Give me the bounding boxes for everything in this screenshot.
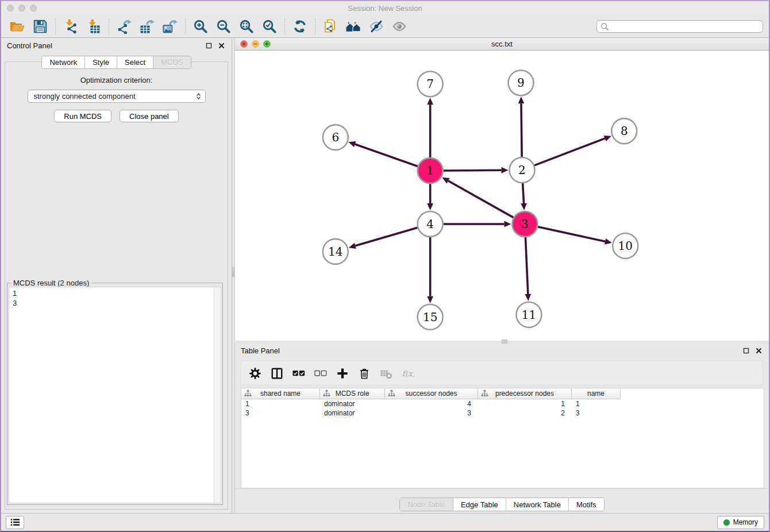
duplicate-network-button[interactable] [319, 17, 342, 36]
show-all-button[interactable] [388, 17, 411, 36]
table-mode-button[interactable] [246, 364, 264, 383]
node-label-3: 3 [521, 217, 529, 231]
table-row[interactable]: 3dominator323 [241, 408, 764, 418]
control-panel-header: Control Panel [1, 38, 232, 53]
edge-4-14[interactable] [355, 228, 417, 245]
export-table-button[interactable] [136, 17, 159, 36]
tab-node-table[interactable]: Node Table [400, 498, 453, 511]
memory-button[interactable]: Memory [717, 516, 764, 529]
hide-selected-button[interactable] [365, 17, 388, 36]
mcds-result-list[interactable]: 13 [9, 287, 221, 503]
float-table-panel-button[interactable] [743, 347, 750, 354]
table-panel: Table Panel f(x) shared nameMCDS rolesuc… [234, 343, 769, 513]
table-panel-title: Table Panel [241, 346, 280, 355]
tree-icon [323, 390, 330, 397]
export-table-icon [140, 19, 155, 34]
edge-2-3[interactable] [523, 183, 524, 203]
open-session-button[interactable] [6, 17, 29, 36]
network-maximize-button[interactable] [263, 40, 271, 48]
edge-3-1[interactable] [448, 181, 513, 218]
cell-name: 1 [572, 399, 621, 408]
import-network-button[interactable] [59, 17, 82, 36]
column-header-MCDS-role[interactable]: MCDS role [320, 388, 385, 399]
first-neighbors-button[interactable] [342, 17, 365, 36]
svg-text:f(x): f(x) [402, 368, 414, 377]
node-label-7: 7 [426, 77, 434, 91]
panel-splitter-horizontal[interactable] [234, 341, 769, 343]
network-minimize-button[interactable] [252, 40, 259, 48]
run-mcds-button[interactable]: Run MCDS [54, 110, 111, 122]
edge-1-2[interactable] [444, 170, 502, 171]
close-mcds-panel-button[interactable]: Close panel [120, 110, 179, 122]
right-area: scc.txt 1234678910111415 Table Panel f(x… [234, 38, 769, 513]
main-toolbar [1, 15, 769, 38]
unselect-all-columns-button[interactable] [311, 364, 330, 383]
tab-motifs[interactable]: Motifs [569, 498, 604, 511]
edge-1-6[interactable] [355, 144, 418, 166]
node-label-1: 1 [426, 164, 434, 178]
column-header-successor-nodes[interactable]: successor nodes [385, 388, 478, 399]
network-close-button[interactable] [240, 40, 248, 48]
save-session-button[interactable] [29, 17, 52, 36]
float-panel-button[interactable] [206, 42, 213, 49]
export-network-button[interactable] [113, 17, 136, 36]
select-all-columns-button[interactable] [290, 364, 308, 383]
tab-style[interactable]: Style [85, 56, 117, 68]
table-row[interactable]: 1dominator411 [241, 399, 764, 408]
refresh-icon [292, 19, 307, 34]
network-canvas[interactable]: 1234678910111415 [235, 51, 769, 341]
edge-3-11[interactable] [525, 237, 528, 294]
table-resize-strip[interactable] [235, 488, 769, 498]
mcds-result-node[interactable]: 1 [13, 288, 217, 298]
edge-2-8[interactable] [534, 138, 605, 165]
save-icon [33, 19, 48, 34]
export-network-icon [117, 19, 132, 34]
edge-3-10[interactable] [538, 227, 605, 241]
node-label-6: 6 [332, 130, 339, 144]
zoom-selected-button[interactable] [258, 17, 281, 36]
close-panel-button[interactable] [218, 42, 226, 49]
toolbar-separator [315, 18, 315, 34]
duplicate-network-icon [323, 19, 338, 34]
column-header-predecessor-nodes[interactable]: predecessor nodes [478, 388, 572, 399]
zoom-out-button[interactable] [212, 17, 235, 36]
cell-shared-name: 1 [241, 399, 320, 408]
node-label-11: 11 [522, 308, 536, 322]
tab-edge-table[interactable]: Edge Table [453, 498, 506, 511]
search-input[interactable] [609, 21, 763, 32]
show-columns-button[interactable] [268, 364, 286, 383]
criterion-select[interactable]: strongly connected component [28, 90, 206, 103]
mcds-result-node[interactable]: 3 [13, 298, 217, 308]
edge-arrowhead [349, 243, 356, 249]
mcds-result-scrollbar[interactable] [214, 287, 221, 503]
network-graph[interactable]: 1234678910111415 [235, 51, 769, 341]
edge-2-9[interactable] [521, 103, 522, 157]
delete-columns-button[interactable] [355, 364, 374, 383]
network-window: scc.txt 1234678910111415 [234, 38, 769, 341]
cell-MCDS-role: dominator [320, 399, 385, 408]
control-panel-title: Control Panel [7, 41, 52, 50]
zoom-in-button[interactable] [189, 17, 212, 36]
tab-network[interactable]: Network [42, 56, 85, 68]
table-body: 1dominator4113dominator323 [241, 399, 764, 418]
column-header-name[interactable]: name [572, 388, 621, 399]
apply-layout-button[interactable] [288, 17, 311, 36]
create-column-button[interactable] [333, 364, 352, 383]
tab-select[interactable]: Select [117, 56, 153, 68]
tab-mcds[interactable]: MCDS [153, 56, 190, 68]
mcds-tab-content: Optimization criterion: strongly connect… [5, 61, 228, 510]
splitter-grip[interactable] [232, 267, 234, 277]
search-box[interactable] [596, 20, 763, 33]
close-table-panel-button[interactable] [756, 347, 763, 354]
hide-selected-icon [369, 19, 384, 34]
column-header-shared-name[interactable]: shared name [241, 388, 320, 399]
export-image-button[interactable] [159, 17, 182, 36]
tab-network-table[interactable]: Network Table [506, 498, 569, 511]
cell-MCDS-role: dominator [320, 408, 385, 418]
task-history-button[interactable] [6, 516, 24, 529]
panel-splitter-vertical[interactable] [232, 38, 234, 513]
node-label-2: 2 [518, 163, 526, 177]
import-table-button[interactable] [82, 17, 105, 36]
zoom-fit-button[interactable] [235, 17, 258, 36]
splitter-grip[interactable] [502, 340, 507, 344]
